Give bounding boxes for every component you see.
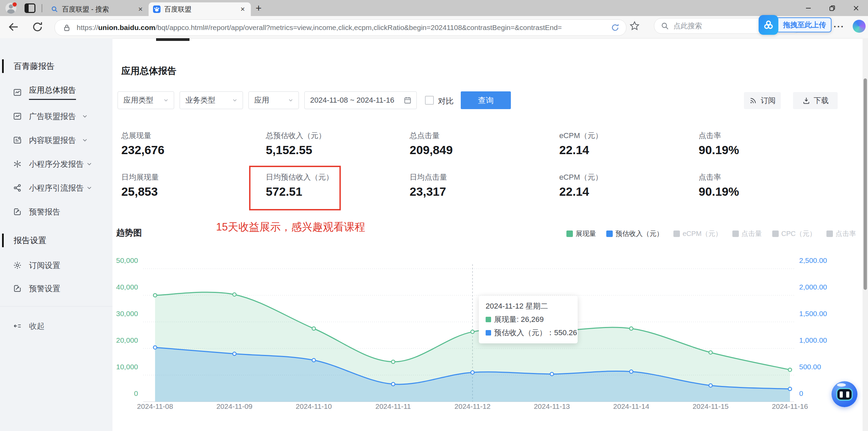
stat-label: 点击率 [699,131,721,141]
share-icon [13,183,22,192]
search-favicon-icon [50,5,59,13]
report-chart-icon [13,88,22,97]
content-report-icon [13,136,22,145]
legend-swatch [606,231,613,237]
tab-search[interactable]: 百度联盟 - 搜索 ✕ [46,2,149,16]
stat-value: 232,676 [121,143,165,157]
right-axis-tick: 500.00 [799,363,821,371]
app-type-select[interactable]: 应用类型 [118,91,174,109]
section-accent-bar [2,59,4,73]
netdisk-badge-label: 拖拽至此上传 [783,20,826,30]
legend-item[interactable]: 预估收入（元） [606,229,663,238]
sidebar-item-miniapp-distribution-report[interactable]: 小程序分发报告 [0,154,93,174]
x-axis-label: 2024-11-10 [283,402,345,411]
subscribe-button[interactable]: 订阅 [744,92,781,109]
alert-trend-icon [13,284,22,293]
right-axis-tick: 1,000.00 [799,336,827,344]
tab-close-icon[interactable]: ✕ [239,6,247,13]
window-restore-button[interactable] [820,0,844,16]
tab-baidu-union[interactable]: 百度联盟 ✕ [149,2,251,16]
browser-menu-icon[interactable]: ··· [834,21,844,32]
section-title: 报告设置 [14,235,46,246]
stat-label: 点击率 [699,172,721,182]
biz-type-select[interactable]: 业务类型 [180,91,243,109]
lock-icon[interactable] [62,23,71,32]
stat-value: 22.14 [559,143,589,157]
distribution-network-icon [13,160,22,168]
legend-item[interactable]: eCPM（元） [673,229,722,238]
left-axis-tick: 0 [85,389,138,398]
back-icon[interactable] [7,21,20,33]
chevron-down-icon [288,97,294,103]
tooltip-date: 2024-11-12 星期二 [486,301,571,311]
legend-item[interactable]: CPC（元） [772,229,816,238]
scrollbar-thumb[interactable] [864,78,867,290]
x-axis-label: 2024-11-12 [442,402,503,411]
url-text[interactable]: https://union.baidu.com/bqt/appco.html#/… [77,24,610,32]
search-icon [660,21,669,30]
stat-label: 总展现量 [121,131,151,141]
date-range-picker[interactable]: 2024-11-08 ~ 2024-11-16 [304,91,417,109]
legend-label: eCPM（元） [683,229,722,238]
refresh-icon[interactable] [31,21,44,33]
chevron-down-icon [81,113,88,120]
netdisk-upload-badge[interactable]: 拖拽至此上传 [759,15,832,35]
gear-icon [13,261,22,270]
x-axis-label: 2024-11-14 [600,402,662,411]
section-accent-bar [2,234,4,247]
address-bar[interactable]: https://union.baidu.com/bqt/appco.html#/… [55,19,626,36]
calendar-icon [403,96,412,104]
legend-item[interactable]: 展现量 [566,229,596,238]
trend-chart[interactable] [116,254,801,416]
legend-item[interactable]: 点击量 [732,229,762,238]
chevron-down-icon [81,137,88,144]
stat-label: 日均展现量 [121,172,159,182]
browser-tab-bar: 百度联盟 - 搜索 ✕ 百度联盟 ✕ + [0,0,868,16]
stat-label: eCPM（元） [559,131,603,141]
left-axis-tick: 50,000 [85,256,138,265]
tab-workspaces-icon[interactable] [25,3,35,13]
sidebar-item-app-overall-report[interactable]: 应用总体报告 [0,83,76,102]
stat-value: 22.14 [559,185,589,198]
sidebar-item-alert-settings[interactable]: 预警设置 [0,279,60,298]
netdisk-logo-icon [759,15,778,35]
sidebar-item-subscription-settings[interactable]: 订阅设置 [0,256,60,275]
query-button[interactable]: 查询 [461,91,511,109]
stat-value: 209,849 [410,143,453,157]
legend-swatch [566,231,573,237]
sidebar-collapse-button[interactable]: 收起 [0,316,45,336]
legend-item[interactable]: 点击率 [826,229,856,238]
compare-checkbox[interactable] [425,96,434,105]
floating-assistant-button[interactable] [832,381,857,407]
tab-close-icon[interactable]: ✕ [136,6,144,13]
stat-value: 25,853 [121,185,158,198]
profile-avatar[interactable] [5,3,16,14]
x-axis-label: 2024-11-13 [521,402,582,411]
window-close-button[interactable] [844,0,868,16]
x-axis-label: 2024-11-09 [204,402,265,411]
sidebar-item-miniapp-traffic-report[interactable]: 小程序引流报告 [0,178,93,197]
page-refresh-icon[interactable] [610,23,620,32]
chevron-down-icon [86,184,93,191]
x-axis-label: 2024-11-08 [124,402,186,411]
new-tab-button[interactable]: + [256,2,262,14]
chevron-down-icon [163,97,169,103]
page-loading-bar [156,38,189,41]
tab-title: 百度联盟 [164,5,235,14]
left-axis-tick: 10,000 [85,363,138,371]
sidebar-item-content-union-report[interactable]: 内容联盟报告 [0,131,88,150]
stat-value: 5,152.55 [266,143,312,157]
stat-label: eCPM（元） [559,172,603,182]
app-select[interactable]: 应用 [248,91,299,109]
sidebar-item-alert-report[interactable]: 预警报告 [0,202,60,221]
x-axis-label: 2024-11-11 [363,402,424,411]
baidu-paw-favicon-icon [153,5,161,13]
copilot-icon[interactable] [853,20,866,33]
download-button[interactable]: 下载 [793,92,838,109]
legend-swatch [732,231,739,237]
compare-label: 对比 [438,96,454,106]
favorites-star-icon[interactable] [629,20,640,31]
sidebar-item-ad-union-report[interactable]: 广告联盟报告 [0,107,88,126]
x-axis-label: 2024-11-15 [680,402,741,411]
window-minimize-button[interactable] [796,0,820,16]
